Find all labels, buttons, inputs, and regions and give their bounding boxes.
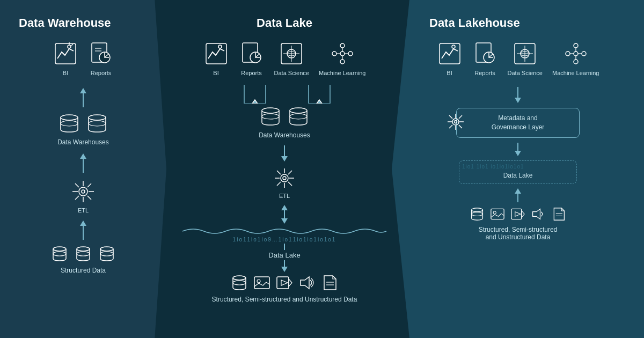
etl-icon-warehouse [70, 179, 96, 204]
reports-icon-item: Reports [88, 41, 114, 77]
svg-point-90 [574, 60, 578, 64]
lake-label-line [284, 244, 285, 250]
svg-point-89 [582, 52, 586, 56]
lake-bi-icon [203, 41, 229, 67]
lake-arrow-etl [281, 145, 288, 161]
svg-point-91 [574, 52, 578, 56]
svg-line-64 [277, 171, 281, 174]
bi-icon-item: BI [53, 41, 78, 77]
etl-icon-metadata [446, 112, 465, 131]
lh-bi-item: BI [437, 41, 463, 77]
lake-bi-label: BI [213, 69, 218, 77]
lake-ml-icon [330, 41, 355, 67]
arrow-warehouse-2 [80, 153, 86, 173]
lake-datalake-area: 1io11io1io9…1io11io1io1io1o1 Data Lake [166, 226, 402, 272]
connector-svg-top [215, 85, 354, 104]
arrow-warehouse-3 [80, 221, 86, 240]
lake-bidirectional [281, 205, 288, 224]
lh-ml-icon [563, 41, 589, 67]
lake-reports-item: Reports [239, 41, 265, 77]
structured-icon-3 [98, 246, 115, 262]
svg-marker-112 [515, 212, 521, 217]
lake-datascience-item: Data Science [274, 41, 309, 77]
svg-point-25 [77, 252, 90, 256]
warehouse-db-label: Data Warehouses [57, 138, 109, 146]
metadata-box: Metadata andGovernance Layer [456, 108, 580, 138]
svg-point-109 [493, 211, 496, 214]
file-icon-lake [321, 275, 338, 291]
svg-line-21 [75, 196, 79, 200]
lh-ml-item: Machine Learning [552, 41, 599, 77]
binary-text-lh: 1io1 1io1 io1io1io1o1 [462, 164, 524, 170]
lake-ml-item: Machine Learning [319, 41, 365, 77]
svg-point-96 [452, 119, 459, 125]
svg-point-27 [100, 252, 113, 256]
svg-point-59 [283, 177, 286, 180]
lh-datascience-icon [512, 41, 538, 67]
svg-marker-75 [301, 277, 309, 289]
lh-audio-icon [531, 207, 546, 221]
warehouse-db-row [58, 113, 108, 134]
svg-point-41 [340, 52, 345, 56]
svg-line-65 [288, 182, 292, 186]
db-icon-1 [58, 113, 80, 134]
warehouse-icon-row: BI Reports [53, 41, 114, 77]
lh-datalake-box: 1io1 1io1 io1io1io1o1 Data Lake [459, 160, 577, 184]
db-icon-2 [86, 113, 108, 134]
svg-point-56 [290, 108, 307, 113]
svg-line-3 [71, 44, 73, 46]
wavy-svg [166, 226, 402, 237]
svg-point-40 [340, 60, 345, 64]
svg-line-102 [449, 115, 452, 119]
reports-label: Reports [91, 69, 112, 77]
lh-datascience-item: Data Science [508, 41, 543, 77]
lake-reports-label: Reports [241, 69, 262, 77]
structured-icon-1 [51, 246, 68, 262]
lh-video-icon [510, 207, 525, 221]
video-icon-lake [276, 275, 293, 291]
lh-datalake-label: Data Lake [470, 172, 566, 179]
lake-reports-icon [239, 41, 265, 67]
svg-point-23 [53, 252, 66, 256]
main-container: Data Warehouse BI [0, 0, 644, 338]
audio-icon-lake [298, 275, 316, 291]
arrow-warehouse-1 [80, 88, 86, 107]
warehouse-title: Data Warehouse [19, 16, 111, 30]
lh-datascience-label: Data Science [508, 69, 543, 77]
metadata-label: Metadata andGovernance Layer [465, 114, 571, 132]
svg-point-55 [262, 114, 279, 119]
svg-marker-52 [252, 100, 258, 104]
svg-marker-73 [289, 279, 292, 286]
svg-line-19 [87, 196, 91, 200]
lake-db-row [260, 106, 309, 127]
lake-db-1 [260, 106, 281, 127]
lake-db-2 [288, 106, 309, 127]
panel-warehouse: Data Warehouse BI [0, 0, 166, 338]
panel-lake: Data Lake BI [156, 0, 413, 338]
etl-icon-lake [273, 166, 296, 190]
bi-icon [53, 41, 78, 67]
svg-point-107 [472, 212, 483, 216]
lh-file-icon [551, 207, 566, 221]
svg-point-24 [77, 247, 90, 251]
svg-point-87 [566, 52, 570, 56]
lake-connectors-top [166, 85, 402, 104]
etl-lake: ETL [273, 166, 296, 200]
lh-bi-label: BI [447, 69, 452, 77]
svg-point-37 [332, 52, 336, 56]
structured-icon-2 [75, 246, 92, 262]
svg-point-9 [61, 121, 78, 126]
svg-line-105 [449, 125, 452, 128]
svg-line-103 [459, 125, 462, 128]
lh-reports-label: Reports [474, 69, 495, 77]
svg-point-39 [348, 52, 353, 56]
svg-line-18 [75, 183, 79, 187]
lake-datascience-icon [279, 41, 304, 67]
svg-point-8 [61, 115, 78, 120]
svg-point-58 [281, 174, 288, 182]
svg-point-69 [233, 281, 246, 285]
svg-point-12 [79, 187, 87, 196]
datalake-label: Data Lake [268, 251, 300, 259]
image-icon-lake [253, 275, 270, 291]
svg-point-79 [452, 45, 455, 48]
